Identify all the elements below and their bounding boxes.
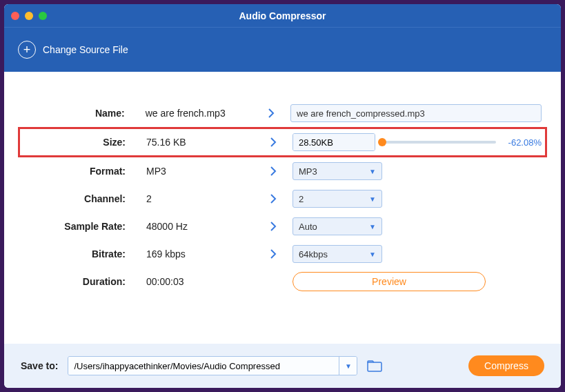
orig-channel: 2 xyxy=(134,193,264,204)
row-bitrate: Bitrate: 169 kbps 64kbps ▼ xyxy=(23,240,542,268)
plus-circle-icon: + xyxy=(18,41,36,59)
slider-thumb[interactable] xyxy=(378,138,386,146)
chevron-down-icon: ▼ xyxy=(369,168,376,175)
close-window-button[interactable] xyxy=(11,12,19,20)
save-path-combo[interactable]: ▼ xyxy=(68,356,357,375)
bitrate-select[interactable]: 64kbps ▼ xyxy=(293,245,382,263)
row-channel: Channel: 2 2 ▼ xyxy=(23,185,542,213)
orig-sample-rate: 48000 Hz xyxy=(134,221,264,232)
orig-duration: 00:00:03 xyxy=(134,276,264,287)
open-folder-button[interactable] xyxy=(367,359,382,373)
arrow-icon xyxy=(264,137,283,148)
change-source-file-button[interactable]: + Change Source File xyxy=(18,41,128,59)
maximize-window-button[interactable] xyxy=(39,12,47,20)
row-sample-rate: Sample Rate: 48000 Hz Auto ▼ xyxy=(23,213,542,240)
orig-format: MP3 xyxy=(134,166,264,177)
size-percent: -62.08% xyxy=(503,137,542,148)
chevron-down-icon: ▼ xyxy=(369,195,376,203)
size-slider[interactable] xyxy=(382,141,496,144)
app-window: Audio Compressor + Change Source File Na… xyxy=(4,4,561,388)
output-name-input[interactable] xyxy=(290,104,542,122)
titlebar: Audio Compressor xyxy=(4,4,561,28)
content-panel: Name: we are french.mp3 Size: 75.16 KB ▲… xyxy=(4,72,561,344)
folder-icon xyxy=(367,360,382,372)
arrow-icon xyxy=(264,166,283,177)
row-duration: Duration: 00:00:03 Preview xyxy=(23,268,542,295)
label-bitrate: Bitrate: xyxy=(23,248,134,259)
channel-select[interactable]: 2 ▼ xyxy=(293,190,382,208)
row-size: Size: 75.16 KB ▲ ▼ -62.08% xyxy=(18,127,547,157)
orig-name: we are french.mp3 xyxy=(133,108,262,119)
compress-button[interactable]: Compress xyxy=(468,355,544,376)
arrow-icon xyxy=(264,221,283,232)
arrow-icon xyxy=(264,193,283,204)
footer: Save to: ▼ Compress xyxy=(4,344,561,388)
save-path-input[interactable] xyxy=(68,357,339,375)
orig-bitrate: 169 kbps xyxy=(134,248,264,259)
label-format: Format: xyxy=(23,166,134,177)
preview-button[interactable]: Preview xyxy=(293,272,486,291)
chevron-down-icon: ▼ xyxy=(369,251,376,258)
save-path-dropdown[interactable]: ▼ xyxy=(339,357,357,375)
minimize-window-button[interactable] xyxy=(25,12,33,20)
save-to-label: Save to: xyxy=(21,360,58,371)
label-channel: Channel: xyxy=(23,193,134,204)
output-size-stepper[interactable]: ▲ ▼ xyxy=(293,133,375,151)
toolbar: + Change Source File xyxy=(4,28,561,72)
arrow-icon xyxy=(261,108,281,119)
arrow-icon xyxy=(264,248,283,259)
output-size-input[interactable] xyxy=(293,134,375,150)
format-select[interactable]: MP3 ▼ xyxy=(293,162,382,180)
traffic-lights xyxy=(11,12,47,20)
row-format: Format: MP3 MP3 ▼ xyxy=(23,157,542,185)
chevron-down-icon: ▼ xyxy=(369,223,376,231)
label-sample-rate: Sample Rate: xyxy=(23,221,134,232)
change-source-label: Change Source File xyxy=(43,44,128,55)
label-duration: Duration: xyxy=(23,276,134,287)
row-name: Name: we are french.mp3 xyxy=(23,99,542,127)
window-title: Audio Compressor xyxy=(4,10,561,21)
label-size: Size: xyxy=(23,137,134,148)
label-name: Name: xyxy=(23,108,133,119)
svg-rect-0 xyxy=(368,362,381,371)
sample-rate-select[interactable]: Auto ▼ xyxy=(293,217,382,235)
orig-size: 75.16 KB xyxy=(134,137,264,148)
